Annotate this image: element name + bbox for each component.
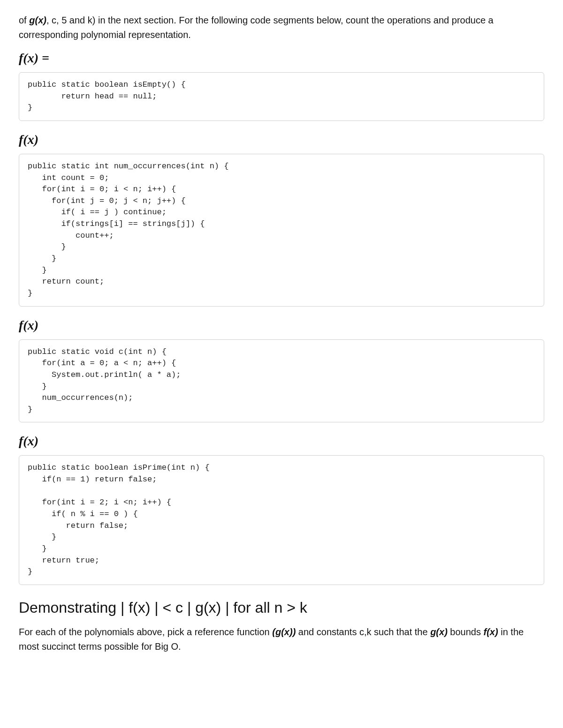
gx-paren-symbol: (g(x)) [272,627,296,637]
code-block-2: public static int num_occurrences(int n)… [19,154,544,307]
gx-symbol-2: g(x) [430,627,448,637]
fx-label: f(x) [19,318,38,332]
outro-paragraph: For each of the polynomials above, pick … [19,625,544,654]
page: of g(x), c, 5 and k) in the next section… [0,0,563,676]
intro-text-2: , c, 5 and k) in the next section. For t… [19,15,494,40]
fx-label: f(x) [19,434,38,448]
fx-equals-heading: f(x) = [19,51,544,66]
fx-heading-2: f(x) [19,132,544,147]
section-heading: Demonstrating | f(x) | < c | g(x) | for … [19,599,544,616]
fx-heading-4: f(x) [19,434,544,449]
gx-symbol: g(x) [29,15,46,25]
fx-heading-3: f(x) [19,318,544,333]
intro-paragraph: of g(x), c, 5 and k) in the next section… [19,13,544,42]
fx-symbol: f(x) [484,627,498,637]
outro-text-2: and constants c,k such that the [296,627,430,637]
fx-label: f(x) [19,132,38,147]
code-block-4: public static boolean isPrime(int n) { i… [19,455,544,585]
outro-text-3: bounds [448,627,484,637]
outro-text-1: For each of the polynomials above, pick … [19,627,272,637]
intro-text-1: of [19,15,29,25]
code-block-1: public static boolean isEmpty() { return… [19,72,544,121]
fx-label: f(x) = [19,51,49,65]
code-block-3: public static void c(int n) { for(int a … [19,339,544,423]
